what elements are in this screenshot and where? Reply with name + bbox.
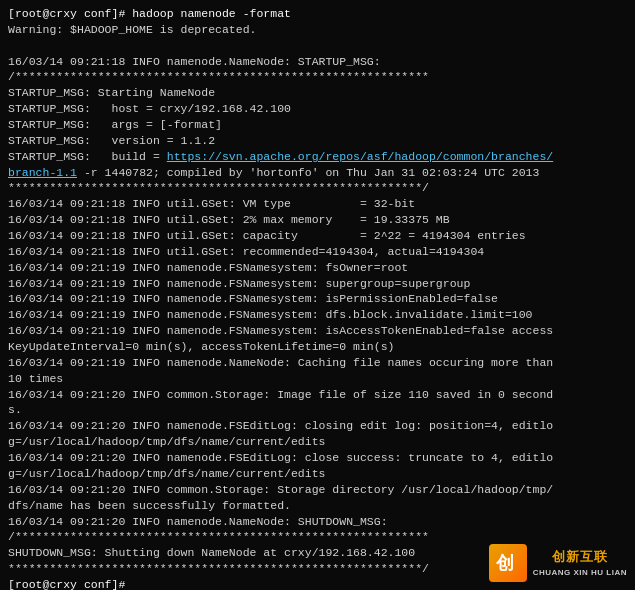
line-21b: 10 times [8, 371, 627, 387]
line-12: 16/03/14 09:21:18 INFO util.GSet: VM typ… [8, 196, 627, 212]
line-2: Warning: $HADOOP_HOME is deprecated. [8, 22, 627, 38]
svg-text:创: 创 [495, 553, 514, 573]
line-26: 16/03/14 09:21:20 INFO namenode.NameNode… [8, 514, 627, 530]
line-5: /***************************************… [8, 69, 627, 85]
line-20b: KeyUpdateInterval=0 min(s), accessTokenL… [8, 339, 627, 355]
line-24b: g=/usr/local/hadoop/tmp/dfs/name/current… [8, 466, 627, 482]
line-23b: g=/usr/local/hadoop/tmp/dfs/name/current… [8, 434, 627, 450]
line-15: 16/03/14 09:21:18 INFO util.GSet: recomm… [8, 244, 627, 260]
watermark-logo: 创 [489, 544, 527, 582]
line-6: STARTUP_MSG: Starting NameNode [8, 85, 627, 101]
line-17: 16/03/14 09:21:19 INFO namenode.FSNamesy… [8, 276, 627, 292]
svn-link[interactable]: https://svn.apache.org/repos/asf/hadoop/… [167, 150, 553, 163]
line-27: /***************************************… [8, 529, 627, 545]
line-22: 16/03/14 09:21:20 INFO common.Storage: I… [8, 387, 627, 403]
line-20: 16/03/14 09:21:19 INFO namenode.FSNamesy… [8, 323, 627, 339]
line-25b: dfs/name has been successfully formatted… [8, 498, 627, 514]
line-13: 16/03/14 09:21:18 INFO util.GSet: 2% max… [8, 212, 627, 228]
watermark: 创 创新互联 CHUANG XIN HU LIAN [489, 544, 627, 582]
line-16: 16/03/14 09:21:19 INFO namenode.FSNamesy… [8, 260, 627, 276]
line-1: [root@crxy conf]# hadoop namenode -forma… [8, 6, 627, 22]
line-21: 16/03/14 09:21:19 INFO namenode.NameNode… [8, 355, 627, 371]
svn-link-cont[interactable]: branch-1.1 [8, 166, 77, 179]
line-7: STARTUP_MSG: host = crxy/192.168.42.100 [8, 101, 627, 117]
watermark-company-cn: 创新互联 CHUANG XIN HU LIAN [533, 548, 627, 577]
line-4: 16/03/14 09:21:18 INFO namenode.NameNode… [8, 54, 627, 70]
line-8: STARTUP_MSG: args = [-format] [8, 117, 627, 133]
line-3 [8, 38, 627, 54]
line-10: STARTUP_MSG: build = https://svn.apache.… [8, 149, 627, 165]
line-14: 16/03/14 09:21:18 INFO util.GSet: capaci… [8, 228, 627, 244]
terminal-window: [root@crxy conf]# hadoop namenode -forma… [0, 0, 635, 590]
line-22b: s. [8, 402, 627, 418]
logo-icon: 创 [492, 547, 524, 579]
line-18: 16/03/14 09:21:19 INFO namenode.FSNamesy… [8, 291, 627, 307]
line-11: ****************************************… [8, 180, 627, 196]
line-25: 16/03/14 09:21:20 INFO common.Storage: S… [8, 482, 627, 498]
line-19: 16/03/14 09:21:19 INFO namenode.FSNamesy… [8, 307, 627, 323]
line-24: 16/03/14 09:21:20 INFO namenode.FSEditLo… [8, 450, 627, 466]
line-9: STARTUP_MSG: version = 1.1.2 [8, 133, 627, 149]
line-23: 16/03/14 09:21:20 INFO namenode.FSEditLo… [8, 418, 627, 434]
line-10b: branch-1.1 -r 1440782; compiled by 'hort… [8, 165, 627, 181]
